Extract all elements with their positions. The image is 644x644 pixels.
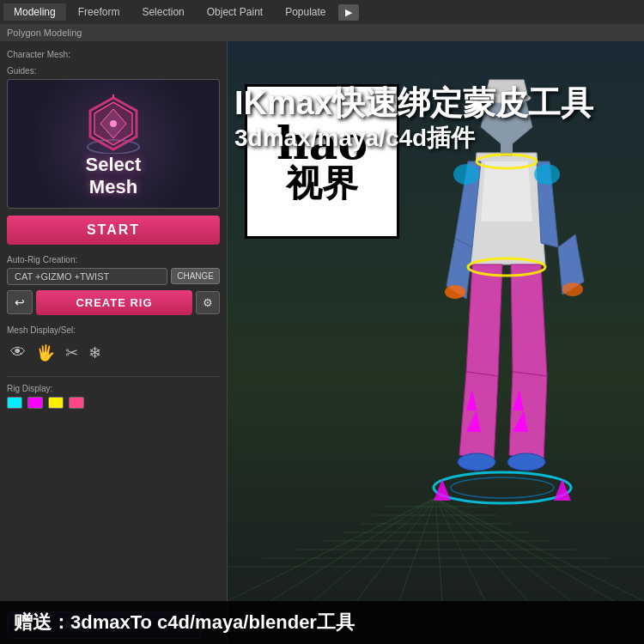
rig-tag-row: CAT +GIZMO +TWIST CHANGE	[7, 268, 220, 285]
mesh-display-icons: 👁 🖐 ✂ ❄	[7, 338, 220, 368]
tab-freeform[interactable]: Freeform	[68, 3, 131, 21]
svg-point-43	[507, 453, 545, 471]
eye-icon-button[interactable]: 👁	[9, 342, 27, 363]
select-mesh-area[interactable]: Select Mesh	[7, 79, 220, 209]
change-button[interactable]: CHANGE	[171, 268, 220, 284]
bottom-bar: 赠送：3dmaxTo c4d/maya/blender工具	[0, 601, 644, 644]
start-button[interactable]: START	[7, 216, 220, 245]
color-swatch-yellow[interactable]	[48, 397, 64, 409]
sub-menu-label: Polygon Modeling	[7, 27, 82, 38]
create-rig-button[interactable]: CREATE RIG	[36, 290, 192, 315]
svg-marker-39	[459, 372, 498, 462]
svg-point-45	[451, 477, 554, 498]
svg-marker-38	[466, 264, 502, 376]
svg-point-33	[445, 285, 465, 299]
rig-icon-button[interactable]: ⚙	[196, 291, 220, 314]
hexagon-icon	[83, 94, 143, 154]
title-line2: 3dmax/maya/c4d插件	[234, 122, 637, 155]
sub-menu-bar: Polygon Modeling	[0, 24, 644, 41]
title-line1: IKmax快速绑定蒙皮工具	[234, 86, 637, 122]
guides-label: Guides:	[7, 66, 220, 76]
main-viewport: hao 视界 IKmax快速绑定蒙皮工具 3dmax/maya/c4d插件	[228, 41, 644, 601]
bottom-bar-text: 赠送：3dmaxTo c4d/maya/blender工具	[14, 610, 355, 635]
svg-point-51	[453, 164, 479, 185]
undo-button[interactable]: ↩	[7, 290, 33, 314]
auto-rig-creation-label: Auto-Rig Creation:	[7, 255, 220, 264]
character-mesh-label: Character Mesh:	[7, 50, 220, 59]
tab-selection[interactable]: Selection	[131, 3, 194, 21]
divider-1	[7, 376, 220, 377]
mesh-display-label: Mesh Display/Sel:	[7, 325, 220, 335]
svg-point-42	[458, 453, 495, 471]
tab-populate[interactable]: Populate	[275, 3, 336, 21]
scene-background: hao 视界 IKmax快速绑定蒙皮工具 3dmax/maya/c4d插件	[228, 41, 644, 601]
watermark-chinese: 视界	[286, 166, 358, 202]
svg-point-52	[534, 164, 560, 185]
color-swatch-cyan[interactable]	[7, 397, 22, 409]
svg-point-4	[110, 120, 117, 127]
svg-marker-40	[511, 264, 547, 376]
left-panel: Character Mesh: Guides: Select Mesh STAR…	[0, 41, 228, 644]
hand-icon-button[interactable]: 🖐	[34, 342, 57, 364]
select-mesh-text: Select Mesh	[86, 154, 142, 199]
create-rig-row: ↩ CREATE RIG ⚙	[7, 290, 220, 315]
rig-tag: CAT +GIZMO +TWIST	[7, 268, 167, 285]
svg-point-36	[562, 283, 583, 296]
menu-bar: Modeling Freeform Selection Object Paint…	[0, 0, 644, 24]
color-swatch-pink[interactable]	[69, 397, 84, 409]
svg-marker-26	[481, 161, 532, 222]
svg-marker-41	[509, 372, 547, 462]
snowflake-icon-button[interactable]: ❄	[87, 342, 103, 364]
scissors-icon-button[interactable]: ✂	[64, 342, 80, 364]
tab-modeling[interactable]: Modeling	[3, 3, 66, 21]
rig-display-label: Rig Display:	[7, 384, 220, 393]
tab-object-paint[interactable]: Object Paint	[197, 3, 273, 21]
color-swatch-magenta[interactable]	[27, 397, 43, 409]
rig-display-colors	[7, 397, 220, 409]
play-button[interactable]: ▶	[338, 4, 359, 21]
title-overlay: IKmax快速绑定蒙皮工具 3dmax/maya/c4d插件	[228, 82, 644, 158]
